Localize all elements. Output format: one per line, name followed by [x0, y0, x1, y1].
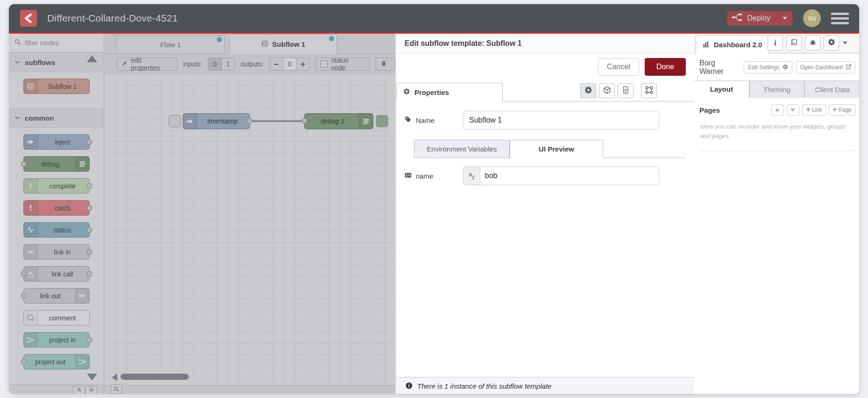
- done-button[interactable]: Done: [645, 58, 686, 76]
- palette-node-complete[interactable]: complete: [23, 178, 90, 194]
- name-field-label: Name: [405, 116, 463, 124]
- inject-trigger-button[interactable]: [169, 115, 181, 127]
- palette: filter nodes subflowsSubflow 1commoninje…: [9, 34, 104, 394]
- env-name-value[interactable]: bob: [480, 167, 659, 185]
- project-icon: [75, 355, 89, 369]
- header: Different-Collared-Dove-4521 Deploy su: [9, 4, 859, 32]
- open-dashboard-button[interactable]: Open Dashboard: [796, 61, 855, 73]
- appearance-icon-button[interactable]: [599, 83, 615, 98]
- subflow-toolbar: edit properties inputs: 01 outputs: 0 st…: [104, 54, 395, 74]
- env-field-label: name: [405, 172, 463, 180]
- inputs-option-0[interactable]: 0: [208, 58, 221, 70]
- edit-settings-button[interactable]: Edit Settings: [744, 61, 792, 73]
- palette-node-link-call[interactable]: link call: [23, 266, 90, 282]
- external-link-icon: [846, 64, 851, 71]
- inputs-option-1[interactable]: 1: [221, 58, 235, 70]
- canvas-node-timestamp[interactable]: timestamp: [183, 113, 250, 129]
- info-tab-button[interactable]: i: [768, 36, 783, 51]
- flow-tab-flow-1[interactable]: Flow 1: [116, 35, 225, 54]
- subflow-name-input[interactable]: Subflow 1: [463, 111, 659, 130]
- inputs-label: inputs:: [183, 60, 202, 68]
- env-name-input[interactable]: az bob: [463, 166, 659, 185]
- description-icon-button[interactable]: [618, 83, 633, 98]
- palette-scroll-up-icon[interactable]: [87, 55, 97, 62]
- add-page-button[interactable]: Page: [829, 104, 855, 116]
- sidebar-menu-caret-icon[interactable]: [842, 41, 848, 45]
- chevron-down-icon: [14, 58, 20, 66]
- sidebar-tab-client-data[interactable]: Client Data: [804, 80, 860, 98]
- user-avatar[interactable]: su: [803, 9, 821, 27]
- exclamation-icon: [24, 179, 38, 193]
- input-port[interactable]: [302, 118, 307, 123]
- palette-scroll-down-icon[interactable]: [87, 374, 97, 381]
- move-down-button[interactable]: [787, 104, 799, 116]
- gear-icon: [584, 86, 592, 96]
- palette-section-label: common: [25, 114, 54, 122]
- output-port: [87, 227, 92, 232]
- palette-section-common[interactable]: common: [9, 108, 104, 128]
- help-tab-button[interactable]: [786, 36, 802, 51]
- palette-node-comment[interactable]: comment: [23, 310, 90, 326]
- palette-node-catch[interactable]: catch: [23, 200, 90, 216]
- main-menu-icon[interactable]: [831, 13, 849, 24]
- canvas-node-debug-1[interactable]: debug 1: [304, 113, 373, 129]
- tab-ui-preview[interactable]: UI Preview: [510, 140, 603, 158]
- scroll-left-icon[interactable]: [112, 374, 117, 381]
- horizontal-scrollbar[interactable]: [121, 374, 189, 380]
- type-selector-az[interactable]: az: [463, 167, 480, 185]
- inject-icon: [24, 135, 38, 149]
- outputs-increment-button[interactable]: [296, 58, 309, 70]
- cancel-button[interactable]: Cancel: [598, 58, 639, 76]
- delete-subflow-button[interactable]: [376, 58, 395, 71]
- palette-section-body: injectdebugcompletecatchstatuslink inlin…: [9, 128, 104, 384]
- bar-chart-icon: [703, 40, 710, 49]
- sidebar-tab-layout[interactable]: Layout: [694, 80, 749, 98]
- workspace-footer: [104, 385, 395, 394]
- palette-footer: [9, 384, 104, 394]
- outputs-count-field[interactable]: 0: [283, 58, 296, 70]
- id-card-icon: [405, 172, 412, 180]
- move-up-button[interactable]: [771, 104, 784, 116]
- edit-properties-button[interactable]: edit properties: [116, 58, 178, 71]
- chevron-down-icon: [14, 114, 20, 122]
- project-icon: [24, 333, 38, 347]
- add-link-button[interactable]: Link: [802, 104, 826, 116]
- palette-node-project-in[interactable]: project in: [23, 332, 90, 347]
- book-icon: [790, 38, 798, 48]
- deploy-button[interactable]: Deploy: [727, 11, 793, 26]
- debug-toggle-button[interactable]: [376, 115, 388, 127]
- gear-icon: [828, 38, 835, 48]
- status-node-toggle[interactable]: status node: [315, 58, 370, 71]
- sidebar-tab-theming[interactable]: Theming: [749, 80, 805, 98]
- palette-node-inject[interactable]: inject: [23, 134, 90, 150]
- outputs-decrement-button[interactable]: [270, 58, 283, 70]
- collapse-all-button[interactable]: [73, 386, 85, 394]
- palette-node-project-out[interactable]: project out: [23, 354, 90, 369]
- deploy-caret-icon[interactable]: [782, 14, 788, 22]
- tab-properties[interactable]: Properties: [396, 83, 503, 101]
- palette-search-input[interactable]: filter nodes: [9, 34, 104, 52]
- palette-node-status[interactable]: status: [23, 222, 90, 238]
- palette-node-debug[interactable]: debug: [23, 156, 90, 172]
- dialog-title: Edit subflow template: Subflow 1: [396, 34, 694, 53]
- palette-node-link-in[interactable]: link in: [23, 244, 90, 260]
- output-port[interactable]: [247, 118, 252, 123]
- settings-tab-button[interactable]: [824, 36, 839, 51]
- status-icon: [24, 223, 38, 237]
- unsaved-changes-dot: [329, 36, 334, 41]
- input-port: [21, 293, 26, 298]
- flow-canvas[interactable]: timestampdebug 1: [104, 74, 395, 385]
- dashboard-subtabs: LayoutThemingClient Data: [694, 80, 860, 98]
- dialog-tab-bar: Properties: [396, 82, 694, 101]
- flow-tab-subflow-1[interactable]: Subflow 1: [229, 34, 337, 54]
- status-node-checkbox[interactable]: [320, 60, 328, 68]
- debug-tab-button[interactable]: [805, 36, 820, 51]
- canvas-search-button[interactable]: [111, 384, 122, 394]
- palette-node-link-out[interactable]: link out: [23, 288, 90, 304]
- tab-dashboard[interactable]: Dashboard 2.0: [696, 36, 769, 53]
- palette-node-subflow-1[interactable]: Subflow 1: [23, 79, 90, 94]
- expand-all-button[interactable]: [85, 386, 97, 394]
- tab-environment-variables[interactable]: Environment Variables: [414, 140, 510, 158]
- properties-icon-button[interactable]: [580, 83, 596, 98]
- module-properties-icon-button[interactable]: [641, 83, 657, 98]
